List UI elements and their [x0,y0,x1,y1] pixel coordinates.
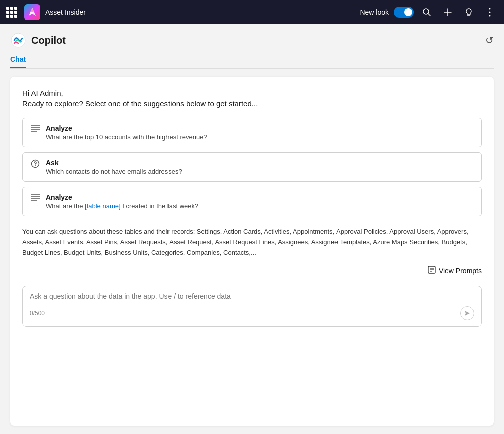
suggestion-analyze-1[interactable]: Analyze What are the top 10 accounts wit… [22,118,482,147]
refresh-icon[interactable]: ↺ [485,34,494,46]
lightbulb-icon[interactable] [461,4,477,20]
char-count: 0/500 [30,310,45,317]
chat-card: Hi AI Admin, Ready to explore? Select on… [10,77,494,426]
prompts-icon [428,266,436,276]
svg-point-0 [31,9,34,12]
svg-point-7 [489,12,491,13]
greeting-line2: Ready to explore? Select one of the sugg… [22,99,482,108]
suggestion-text-3: What are the [table name] I created in t… [46,202,198,210]
view-prompts-button[interactable]: View Prompts [428,264,482,278]
tab-chat[interactable]: Chat [10,52,26,68]
copilot-logo-icon [10,32,26,48]
table-name-link[interactable]: [table name] [85,202,121,210]
add-icon[interactable] [440,4,456,20]
suggestion-type-3: Analyze [46,193,198,201]
input-meta: 0/500 [30,306,474,320]
top-navigation: Asset Insider New look [0,0,504,24]
copilot-title-row: Copilot [10,32,66,48]
suggestion-ask[interactable]: Ask Which contacts do not have emails ad… [22,152,482,182]
suggestion-text-2: Which contacts do not have emails addres… [46,168,182,175]
analyze-icon-1 [31,125,40,132]
chat-input-area: 0/500 [22,286,482,327]
analyze-icon-2 [31,194,40,201]
suggestion-text-1: What are the top 10 accounts with the hi… [46,133,207,141]
suggestion-type-1: Analyze [46,124,207,132]
search-icon[interactable] [419,4,435,20]
new-look-label: New look [360,8,389,16]
suggestion-analyze-2[interactable]: Analyze What are the [table name] I crea… [22,187,482,216]
suggestion-content-2: Ask Which contacts do not have emails ad… [46,159,182,175]
suggestion-type-2: Ask [46,159,182,167]
view-prompts-label: View Prompts [439,267,482,275]
send-button[interactable] [460,306,474,320]
svg-point-15 [35,165,36,166]
app-logo [24,4,40,20]
new-look-toggle[interactable] [394,7,414,18]
app-name-label: Asset Insider [45,8,355,16]
waffle-menu-icon[interactable] [6,7,17,18]
greeting-line1: Hi AI Admin, [22,89,482,97]
svg-point-8 [489,15,491,17]
ask-icon [31,159,40,168]
copilot-header: Copilot ↺ [10,32,494,48]
copilot-title: Copilot [31,35,66,46]
view-prompts-row: View Prompts [22,264,482,278]
tables-info-text: You can ask questions about these tables… [22,227,482,258]
main-content: Copilot ↺ Chat Hi AI Admin, Ready to exp… [0,24,504,434]
suggestion-content-1: Analyze What are the top 10 accounts wit… [46,124,207,141]
svg-point-6 [489,8,491,10]
chat-input[interactable] [30,292,474,300]
more-options-icon[interactable] [482,4,498,20]
suggestion-content-3: Analyze What are the [table name] I crea… [46,193,198,210]
chat-tab-row: Chat [10,52,494,69]
suggestions-list: Analyze What are the top 10 accounts wit… [22,118,482,216]
svg-line-2 [428,14,431,16]
